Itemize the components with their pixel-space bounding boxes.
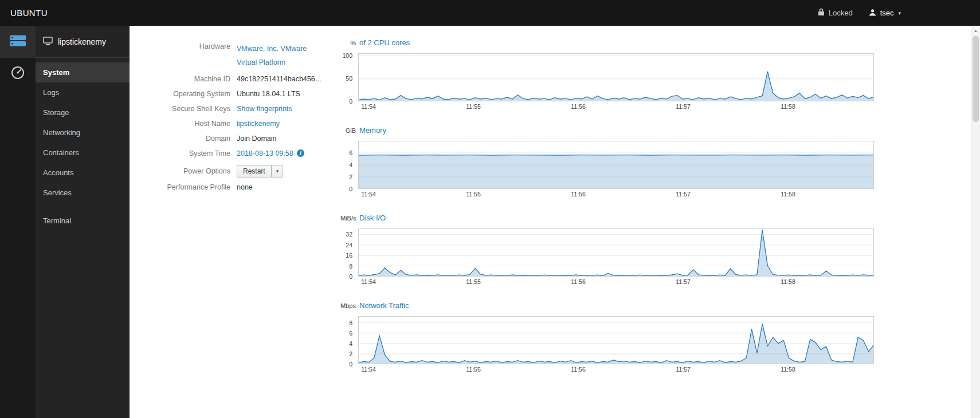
y-tick-label: 8 [349, 319, 352, 327]
sidebar-item-containers[interactable]: Containers [36, 143, 130, 163]
power-options-caret-button[interactable]: ▾ [272, 165, 284, 178]
x-tick-label: 11:57 [673, 278, 693, 285]
disk-chart-title-link[interactable]: Disk I/O [359, 214, 386, 222]
info-row-secure-shell-keys: Secure Shell KeysShow fingerprints [130, 104, 340, 114]
cpu-chart-title-link[interactable]: of 2 CPU cores [359, 38, 410, 47]
memory-unit-label: GiB [340, 127, 356, 134]
hardware-label: Hardware [130, 42, 235, 52]
vertical-scrollbar[interactable]: ▴ [971, 26, 980, 418]
y-tick-label: 16 [346, 251, 352, 259]
host-strip [0, 26, 36, 418]
x-tick-label: 11:56 [568, 103, 589, 110]
y-tick-label: 6 [349, 329, 352, 337]
charts-column: %of 2 CPU cores05010011:5411:5511:5611:5… [340, 38, 893, 418]
hardware-value: VMware, Inc. VMware Virtual Platform [235, 42, 316, 69]
sidebar-item-logs[interactable]: Logs [36, 82, 130, 102]
user-menu[interactable]: tsec ▾ [869, 9, 901, 18]
y-tick-label: 100 [342, 52, 352, 60]
machine-id-label: Machine ID [130, 74, 235, 84]
lock-icon [818, 8, 825, 18]
x-tick-label: 11:58 [778, 103, 798, 110]
hostname[interactable]: lipstickenemy [36, 26, 130, 58]
network-y-axis: 02468 [340, 316, 355, 364]
scroll-up-icon[interactable]: ▴ [971, 26, 980, 35]
x-tick-label: 11:55 [463, 103, 484, 110]
info-row-power-options: Power OptionsRestart▾ [130, 165, 340, 178]
info-row-hardware: HardwareVMware, Inc. VMware Virtual Plat… [130, 42, 340, 69]
host-icon [43, 37, 53, 47]
x-tick-label: 11:56 [568, 278, 589, 285]
performance-profile-text: none [237, 183, 253, 191]
x-tick-label: 11:54 [358, 191, 379, 198]
memory-chart-title-link[interactable]: Memory [359, 126, 386, 135]
info-row-system-time: System Time2018-08-13 09:58i [130, 149, 340, 160]
disk-y-axis: 08162432 [340, 228, 355, 277]
power-options-dropdown: Restart▾ [237, 165, 283, 178]
y-tick-label: 50 [346, 74, 352, 82]
x-tick-label: 11:55 [463, 278, 484, 285]
scrollbar-thumb[interactable] [973, 36, 979, 122]
y-tick-label: 4 [349, 161, 352, 169]
secure-shell-keys-label: Secure Shell Keys [130, 104, 235, 114]
operating-system-value: Ubuntu 18.04.1 LTS [235, 89, 300, 99]
dashboard-button[interactable] [0, 58, 36, 90]
sidebar-item-services[interactable]: Services [36, 183, 130, 203]
cpu-unit-label: % [340, 40, 356, 46]
secure-shell-keys-link[interactable]: Show fingerprints [237, 105, 292, 113]
operating-system-text: Ubuntu 18.04.1 LTS [237, 90, 300, 98]
cpu-y-axis: 050100 [340, 53, 355, 101]
brand-title: UBUNTU [10, 8, 48, 18]
disk-x-axis: 11:5411:5511:5611:5711:58 [340, 278, 893, 287]
x-tick-label: 11:54 [358, 278, 379, 285]
x-tick-label: 11:55 [463, 191, 484, 198]
chart-cpu: %of 2 CPU cores05010011:5411:5511:5611:5… [340, 38, 893, 112]
system-info: HardwareVMware, Inc. VMware Virtual Plat… [130, 38, 340, 418]
svg-text:i: i [300, 151, 301, 156]
cpu-plot [358, 53, 874, 101]
system-time-label: System Time [130, 149, 235, 159]
system-time-value: 2018-08-13 09:58i [235, 149, 304, 160]
disk-unit-label: MiB/s [340, 215, 356, 222]
sidebar-item-networking[interactable]: Networking [36, 123, 130, 143]
sidebar-item-accounts[interactable]: Accounts [36, 163, 130, 183]
sidebar-item-storage[interactable]: Storage [36, 102, 130, 123]
network-unit-label: Mbps [340, 302, 356, 309]
domain-value: Join Domain [235, 134, 276, 144]
info-icon[interactable]: i [297, 149, 304, 160]
machine-id-value: 49c1822514114bacb456... [235, 74, 321, 84]
hostname-label: lipstickenemy [58, 37, 106, 46]
locked-indicator[interactable]: Locked [818, 8, 853, 18]
info-row-performance-profile: Performance Profilenone [130, 183, 340, 192]
sidebar-item-system[interactable]: System [36, 62, 130, 82]
host-name-value: lipstickenemy [235, 119, 280, 129]
y-tick-label: 2 [349, 173, 352, 181]
cpu-x-axis: 11:5411:5511:5611:5711:58 [340, 103, 893, 112]
host-name-link[interactable]: lipstickenemy [237, 120, 280, 128]
y-tick-label: 8 [349, 262, 352, 270]
main-content: HardwareVMware, Inc. VMware Virtual Plat… [130, 26, 971, 418]
domain-label: Domain [130, 134, 235, 144]
hardware-link[interactable]: VMware, Inc. VMware Virtual Platform [237, 42, 316, 69]
network-x-axis: 11:5411:5511:5611:5711:58 [340, 366, 893, 375]
info-row-host-name: Host Namelipstickenemy [130, 119, 340, 129]
secure-shell-keys-value: Show fingerprints [235, 104, 292, 114]
x-tick-label: 11:56 [568, 191, 589, 198]
network-chart-title-link[interactable]: Network Traffic [359, 301, 409, 310]
chart-memory: GiBMemory024611:5411:5511:5611:5711:58 [340, 126, 893, 200]
chevron-down-icon: ▾ [898, 10, 901, 16]
host-server-button[interactable] [0, 26, 36, 58]
x-tick-label: 11:54 [358, 103, 379, 110]
x-tick-label: 11:58 [778, 366, 798, 373]
restart-button[interactable]: Restart [237, 165, 272, 178]
x-tick-label: 11:57 [673, 366, 693, 373]
info-row-domain: DomainJoin Domain [130, 134, 340, 144]
info-row-machine-id: Machine ID49c1822514114bacb456... [130, 74, 340, 84]
x-tick-label: 11:56 [568, 366, 589, 373]
domain-text: Join Domain [237, 135, 276, 143]
system-time-link[interactable]: 2018-08-13 09:58 [237, 149, 293, 157]
x-tick-label: 11:58 [778, 191, 798, 198]
sidebar-nav-column: lipstickenemy SystemLogsStorageNetworkin… [36, 26, 130, 418]
locked-label: Locked [829, 9, 853, 17]
sidebar-item-terminal[interactable]: Terminal [36, 211, 130, 231]
sidebar: lipstickenemy SystemLogsStorageNetworkin… [0, 26, 130, 418]
